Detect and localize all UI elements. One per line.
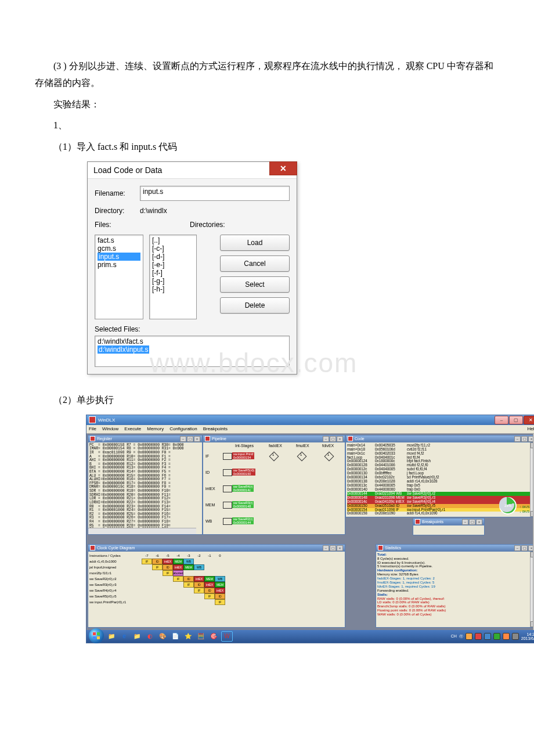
ccd-row: sw SaveR5(r0),r5IFID (89, 593, 344, 599)
taskbar-icon[interactable]: 🧮 (196, 632, 206, 641)
close-icon[interactable]: × (194, 436, 200, 442)
scrollbar-horizontal[interactable] (88, 528, 196, 534)
ime-indicator[interactable]: ㊥ (459, 633, 463, 639)
tray-icon[interactable] (484, 633, 491, 640)
tick: -3 (183, 554, 194, 557)
delete-button[interactable]: Delete (220, 297, 290, 314)
min-icon[interactable]: – (323, 545, 329, 551)
menu-help[interactable]: Help (528, 426, 534, 431)
min-icon[interactable]: – (462, 519, 468, 525)
cycle-cell: IF (204, 593, 215, 599)
menu-file[interactable]: File (89, 426, 96, 431)
taskbar-icon[interactable]: e (119, 632, 129, 641)
close-button[interactable]: ✕ (524, 416, 534, 424)
language-indicator[interactable]: CH (451, 634, 457, 638)
tray-icon[interactable] (512, 633, 519, 640)
tray-icon[interactable] (475, 633, 482, 640)
minimize-button[interactable]: – (495, 416, 508, 424)
list-item[interactable]: fact.s (98, 236, 140, 244)
close-icon[interactable]: × (337, 436, 343, 442)
tick: -6 (152, 554, 163, 557)
maximize-button[interactable]: ▢ (509, 416, 523, 424)
list-item[interactable]: input.s (98, 253, 140, 261)
list-item[interactable]: [-d-] (152, 253, 194, 261)
menu-window[interactable]: Window (102, 426, 118, 431)
pipe-box (223, 518, 232, 525)
list-item[interactable]: [..] (152, 236, 194, 244)
taskbar-icon[interactable]: 🎨 (157, 632, 168, 641)
ccd-head-label: Instructions / Cycles (89, 554, 142, 557)
stats-line: WAW stalls: 0 (0.00% of all Cycles) (377, 613, 534, 617)
max-icon[interactable]: ▢ (469, 519, 475, 525)
progress-bot: ↓ 0K/5 (519, 510, 529, 513)
pipe-instruction: sw SaveR4(r)0x0000014c (232, 485, 254, 492)
taskbar-icon[interactable]: ⭐ (183, 632, 193, 641)
tray-icon[interactable] (493, 633, 500, 640)
max-icon[interactable]: ▢ (521, 545, 528, 551)
menu-memory[interactable]: Memory (147, 426, 164, 431)
stats-line: LD stalls: 0 (0.00% of RAW stalls) (377, 600, 534, 604)
breakpoints-window[interactable]: Breakpoints–▢× (413, 518, 485, 535)
ccd-ticks: -7-6-5-4-3-2-10 (142, 554, 225, 557)
statistics-window[interactable]: Statistics–▢× Total: 8 Cycle(s) executed… (376, 544, 534, 628)
taskbar-icon[interactable]: 🎯 (208, 632, 219, 641)
menu-execute[interactable]: Execute (124, 426, 141, 431)
list-item[interactable]: d:\windlx\fact.s (98, 337, 287, 345)
list-item[interactable]: d:\windlx\input.s (98, 345, 149, 354)
header: Int-Stages (235, 444, 254, 448)
min-icon[interactable]: – (514, 436, 521, 442)
tick: -5 (163, 554, 173, 557)
para-4: （1）导入 fact.s 和 input.s 代码 (53, 142, 177, 152)
taskbar-icon[interactable]: 📁 (106, 632, 117, 641)
close-icon[interactable]: × (337, 545, 343, 551)
min-icon[interactable]: – (180, 436, 186, 442)
cancel-button[interactable]: Cancel (220, 255, 290, 272)
list-item[interactable]: [-c-] (152, 244, 194, 253)
close-button[interactable]: ✕ (269, 161, 297, 175)
taskbar-icon[interactable]: W (221, 631, 233, 642)
taskbar-icon[interactable]: 📁 (132, 632, 142, 641)
register-window[interactable]: Register–▢× PC = 0x00000158 R7 = 0x00000… (88, 435, 203, 535)
max-icon[interactable]: ▢ (330, 436, 336, 442)
menu-breakpoints[interactable]: Breakpoints (203, 426, 228, 431)
list-item[interactable]: [-h-] (152, 285, 194, 293)
min-icon[interactable]: – (514, 545, 521, 551)
cycle-cell: IF (215, 599, 225, 605)
app-titlebar: WinDLX – ▢ ✕ (86, 415, 534, 425)
taskbar-icon[interactable]: 📄 (170, 632, 181, 641)
files-listbox[interactable]: fact.s gcm.s input.s prim.s (95, 235, 143, 319)
pipe-box (223, 469, 232, 476)
files-label: Files: (95, 221, 135, 229)
start-button[interactable] (89, 628, 104, 643)
max-icon[interactable]: ▢ (187, 436, 193, 442)
progress-pie: 23% (499, 497, 517, 514)
menu-configuration[interactable]: Configuration (169, 426, 197, 431)
window-icon (378, 545, 383, 550)
window-title: Clock Cycle Diagram (97, 546, 135, 550)
selected-files-listbox[interactable]: d:\windlx\fact.s d:\windlx\input.s (95, 336, 290, 367)
max-icon[interactable]: ▢ (521, 436, 528, 442)
list-item[interactable]: [-g-] (152, 277, 194, 285)
tray-icon[interactable] (466, 633, 472, 640)
filename-input[interactable]: input.s (140, 186, 290, 201)
load-button[interactable]: Load (220, 235, 290, 251)
para-3: 1、 (53, 120, 67, 130)
pipe-diamond: 1 (322, 453, 335, 459)
list-item[interactable]: [-f-] (152, 269, 194, 277)
max-icon[interactable]: ▢ (330, 545, 336, 551)
list-item[interactable]: gcm.s (98, 244, 140, 253)
para-5: （2）单步执行 (53, 395, 114, 405)
select-button[interactable]: Select (220, 276, 290, 293)
dirs-listbox[interactable]: [..] [-c-] [-d-] [-e-] [-f-] [-g-] [-h-] (149, 235, 197, 319)
app-icon (89, 416, 96, 423)
tray-icon[interactable] (503, 633, 510, 640)
list-item[interactable]: prim.s (98, 261, 140, 269)
code-window[interactable]: Code–▢× main+0x140x00405835movi2fp f11,r… (345, 435, 534, 517)
taskbar-icon[interactable]: ◐ (145, 632, 155, 641)
clock-cycle-window[interactable]: Clock Cycle Diagram–▢× Instructions / Cy… (88, 544, 345, 628)
list-item[interactable]: [-e-] (152, 261, 194, 269)
close-icon[interactable]: × (476, 519, 482, 525)
cycle-cell: WB (215, 576, 225, 582)
pipeline-window[interactable]: Pipeline–▢× Int-Stages faddEX fmulEX fdi… (203, 435, 345, 535)
min-icon[interactable]: – (323, 436, 329, 442)
